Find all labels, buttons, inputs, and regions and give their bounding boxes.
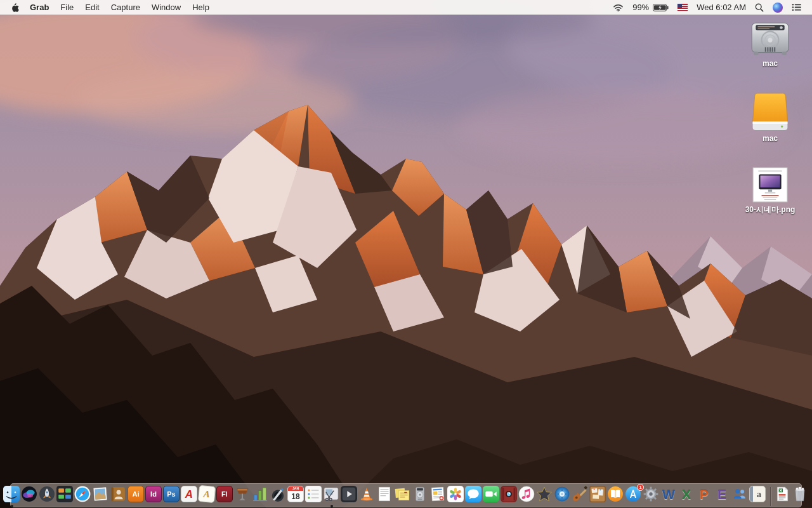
flash-icon: Fl — [216, 486, 233, 502]
word-glyph: W — [660, 486, 677, 502]
flash-dock-icon[interactable]: Fl — [216, 486, 233, 507]
excel-document-icon — [774, 486, 790, 502]
acrobat-icon: A — [181, 486, 197, 502]
newsletter-dock-icon[interactable] — [429, 486, 447, 507]
app-store-dock-icon[interactable]: 1 — [625, 486, 642, 507]
apple-menu[interactable] — [6, 0, 24, 15]
contacts-dock-icon[interactable] — [110, 486, 127, 507]
desktop-icon-label: 30-시네마.png — [745, 206, 796, 214]
messenger-icon — [731, 486, 748, 502]
siri-icon[interactable] — [768, 0, 787, 15]
app-store-icon: 1 — [625, 486, 641, 502]
wifi-icon[interactable] — [608, 0, 628, 15]
desktop-icon-image-file[interactable]: 30-시네마.png — [740, 166, 801, 214]
color-meter-icon — [412, 486, 428, 502]
png-file-icon — [752, 166, 789, 203]
menu-capture[interactable]: Capture — [105, 0, 146, 15]
safari-dock-icon[interactable] — [74, 486, 91, 507]
quicktime-dock-icon[interactable] — [341, 486, 358, 507]
external-drive-icon — [752, 93, 789, 132]
stickies-dock-icon[interactable] — [394, 486, 411, 507]
dictionary-icon: a — [749, 486, 766, 502]
excel-dock-icon[interactable]: X — [678, 486, 695, 507]
photos-dock-icon[interactable] — [447, 486, 464, 507]
trash-dock-icon[interactable] — [792, 486, 809, 507]
powerpoint-glyph: P — [696, 486, 712, 502]
battery-percent[interactable]: 99% — [628, 0, 652, 15]
menubar-clock[interactable]: Wed 6:02 AM — [692, 0, 750, 15]
calendar-glyph: 18 — [288, 486, 303, 502]
pages-dock-icon[interactable] — [270, 486, 287, 507]
messages-dock-icon[interactable] — [465, 486, 482, 507]
vlc-dock-icon[interactable] — [358, 486, 376, 507]
itunes-icon — [518, 486, 535, 502]
word-dock-icon[interactable]: W — [660, 486, 678, 507]
keynote-dock-icon[interactable] — [234, 486, 251, 507]
garageband-icon — [572, 486, 588, 502]
menu-window[interactable]: Window — [146, 0, 187, 15]
color-meter-dock-icon[interactable] — [412, 486, 429, 507]
keynote-icon — [234, 486, 251, 502]
itunes-dock-icon[interactable] — [518, 486, 535, 507]
imovie-dock-icon[interactable] — [536, 486, 553, 507]
facetime-dock-icon[interactable] — [483, 486, 500, 507]
entourage-dock-icon[interactable]: E — [714, 486, 731, 507]
spotlight-search-icon[interactable] — [750, 0, 768, 15]
launchpad-dock-icon[interactable] — [39, 486, 56, 507]
dvd-player-dock-icon[interactable] — [554, 486, 571, 507]
notification-center-icon[interactable] — [787, 0, 806, 15]
launchpad-icon — [39, 486, 55, 502]
finder-dock-icon[interactable] — [3, 486, 20, 507]
pages-icon — [270, 486, 286, 502]
desktop-icon-internal-drive[interactable]: mac — [740, 22, 801, 68]
dvd-player-icon — [554, 486, 570, 502]
grab-dock-icon[interactable] — [323, 486, 340, 507]
macos-desktop[interactable]: { "menu_bar": { "app_name": "Grab", "men… — [0, 0, 812, 508]
photo-booth-dock-icon[interactable] — [501, 486, 518, 507]
font-doc-dock-icon[interactable]: A — [199, 486, 216, 507]
dictionary-glyph: a — [750, 486, 765, 502]
finder-running-indicator — [11, 505, 13, 507]
indesign-glyph: Id — [146, 486, 161, 502]
reminders-icon — [305, 486, 322, 502]
dictionary-dock-icon[interactable]: a — [749, 486, 766, 507]
input-language-flag[interactable] — [673, 0, 692, 15]
menu-help[interactable]: Help — [187, 0, 215, 15]
excel-document-dock-icon[interactable] — [774, 486, 791, 507]
system-preferences-icon — [643, 486, 659, 502]
calendar-dock-icon[interactable]: JAN18 — [287, 486, 304, 507]
powerpoint-dock-icon[interactable]: P — [696, 486, 713, 507]
entourage-glyph: E — [714, 486, 730, 502]
acrobat-dock-icon[interactable]: A — [181, 486, 198, 507]
reminders-dock-icon[interactable] — [305, 486, 322, 507]
mission-control-dock-icon[interactable] — [56, 486, 74, 507]
photoshop-dock-icon[interactable]: Ps — [163, 486, 180, 507]
menu-app-grab[interactable]: Grab — [24, 0, 55, 15]
messenger-dock-icon[interactable] — [731, 486, 749, 507]
numbers-icon — [252, 486, 268, 502]
illustrator-dock-icon[interactable]: Ai — [128, 486, 145, 507]
numbers-dock-icon[interactable] — [252, 486, 269, 507]
illustrator-glyph: Ai — [128, 486, 143, 502]
acrobat-glyph: A — [181, 486, 197, 502]
photoshop-glyph: Ps — [164, 486, 179, 502]
grab-icon — [323, 486, 339, 502]
menu-file[interactable]: File — [55, 0, 79, 15]
indesign-dock-icon[interactable]: Id — [145, 486, 162, 507]
entourage-icon: E — [714, 486, 730, 502]
textedit-dock-icon[interactable] — [376, 486, 393, 507]
preview-icon — [92, 486, 108, 502]
quicktime-icon — [341, 486, 357, 502]
siri-dock-icon[interactable] — [21, 486, 38, 507]
corkboard-dock-icon[interactable] — [589, 486, 606, 507]
menu-edit[interactable]: Edit — [79, 0, 105, 15]
system-preferences-dock-icon[interactable] — [643, 486, 660, 507]
garageband-dock-icon[interactable] — [572, 486, 589, 507]
battery-charging-icon[interactable] — [652, 0, 673, 15]
photos-icon — [447, 486, 464, 502]
vlc-icon — [358, 486, 375, 502]
ibooks-dock-icon[interactable] — [607, 486, 624, 507]
desktop-icon-external-drive[interactable]: mac — [740, 93, 801, 143]
preview-dock-icon[interactable] — [92, 486, 109, 507]
excel-glyph: X — [678, 486, 695, 502]
